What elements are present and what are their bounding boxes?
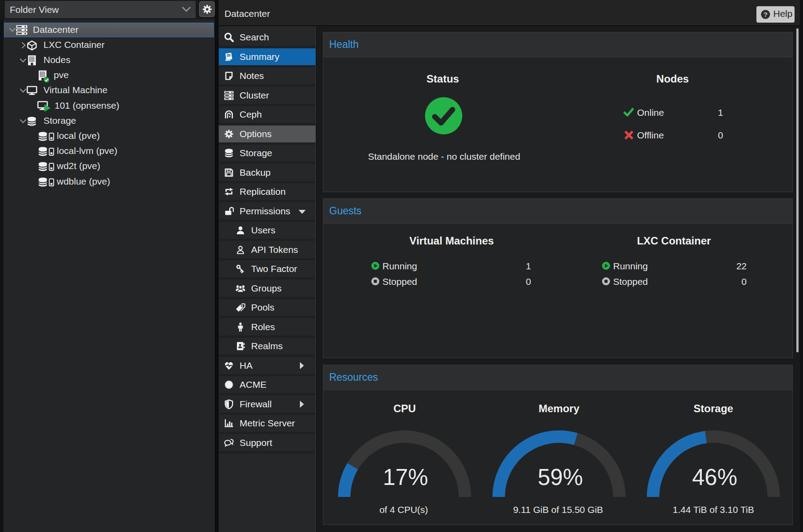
svg-text:?: ? (764, 11, 768, 18)
